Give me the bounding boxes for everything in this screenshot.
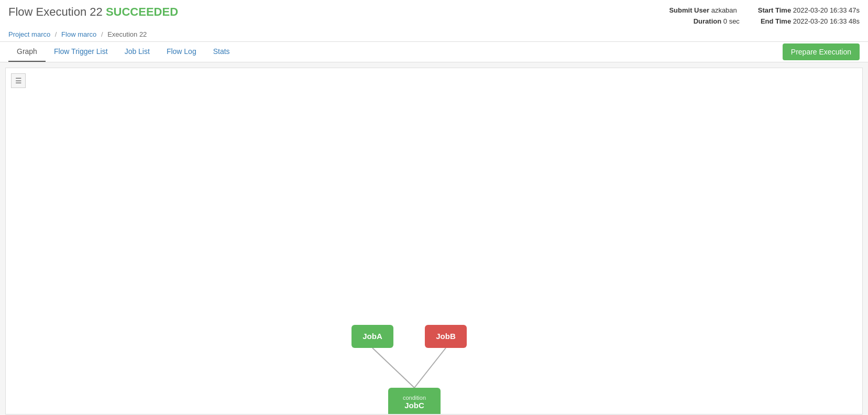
graph-area: ☰ JobA JobB condition JobC — [5, 68, 863, 414]
flow-execution-title: Flow Execution 22 SUCCEEDED — [8, 5, 178, 19]
svg-line-0 — [372, 348, 414, 388]
page-header: Flow Execution 22 SUCCEEDED Submit User … — [0, 0, 868, 42]
prepare-execution-button[interactable]: Prepare Execution — [783, 43, 860, 60]
tab-graph[interactable]: Graph — [8, 42, 46, 62]
job-node-b[interactable]: JobB — [425, 325, 467, 348]
breadcrumb: Project marco / Flow marco / Execution 2… — [8, 30, 860, 38]
breadcrumb-project-label[interactable]: Project — [8, 30, 29, 38]
graph-canvas: JobA JobB condition JobC — [6, 68, 862, 414]
tab-job-list[interactable]: Job List — [116, 42, 158, 62]
title-prefix: Flow Execution 22 — [8, 5, 103, 18]
end-time: End Time 2022-03-20 16:33 48s — [761, 16, 860, 27]
breadcrumb-execution-number: 22 — [139, 30, 147, 38]
submit-user: Submit User azkaban — [669, 5, 737, 16]
tab-flow-log[interactable]: Flow Log — [158, 42, 205, 62]
svg-line-1 — [414, 348, 446, 388]
graph-edges — [6, 68, 862, 414]
breadcrumb-execution-label: Execution — [107, 30, 137, 38]
status-badge: SUCCEEDED — [106, 5, 178, 18]
tab-flow-trigger-list[interactable]: Flow Trigger List — [46, 42, 116, 62]
tab-stats[interactable]: Stats — [205, 42, 238, 62]
start-time: Start Time 2022-03-20 16:33 47s — [758, 5, 860, 16]
job-node-c[interactable]: condition JobC — [388, 388, 441, 414]
breadcrumb-flow-name[interactable]: marco — [78, 30, 96, 38]
duration: Duration 0 sec — [694, 16, 740, 27]
header-meta: Submit User azkaban Start Time 2022-03-2… — [669, 5, 860, 27]
breadcrumb-flow-label[interactable]: Flow — [61, 30, 75, 38]
tabs-container: Graph Flow Trigger List Job List Flow Lo… — [8, 42, 238, 62]
tabs-bar: Graph Flow Trigger List Job List Flow Lo… — [0, 42, 868, 62]
job-node-a[interactable]: JobA — [351, 325, 393, 348]
breadcrumb-project-name[interactable]: marco — [31, 30, 50, 38]
